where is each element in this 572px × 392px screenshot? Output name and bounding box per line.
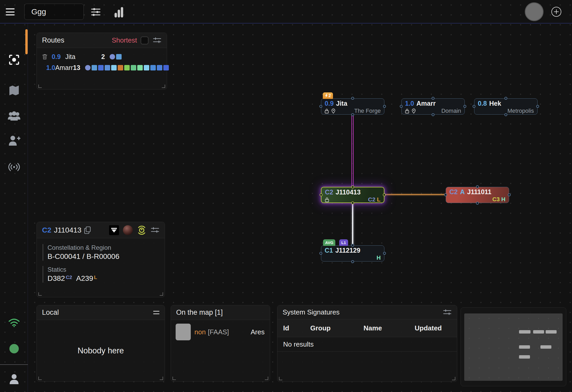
add-icon[interactable]: [551, 7, 561, 17]
delete-route-icon[interactable]: [42, 54, 47, 60]
route-origin-mark: [110, 54, 115, 60]
pilot-row[interactable]: non[FAAS] Ares: [171, 320, 270, 340]
route-row-amarr[interactable]: 1.0 Amarr 13: [37, 62, 167, 73]
signatures-settings-icon[interactable]: [443, 308, 452, 316]
minimap-node-bar: [533, 330, 544, 334]
system-node-jita[interactable]: 2 0.9Jita The Forge: [321, 98, 384, 115]
pin-icon: [412, 109, 416, 114]
map-icon[interactable]: [0, 84, 28, 97]
resize-grip[interactable]: [38, 85, 42, 88]
node-handle[interactable]: [383, 252, 386, 255]
filters-icon[interactable]: [90, 6, 102, 18]
node-handle[interactable]: [432, 113, 434, 116]
characters-icon[interactable]: [0, 110, 28, 122]
menu-icon[interactable]: [6, 8, 15, 15]
resize-grip[interactable]: [38, 292, 42, 296]
node-handle[interactable]: [383, 105, 386, 108]
node-handle[interactable]: [383, 193, 386, 196]
node-handle[interactable]: [508, 193, 511, 196]
signatures-empty-text: No results: [277, 337, 457, 352]
route-jump-mark: [137, 65, 143, 70]
route-security: 1.0: [46, 64, 55, 72]
user-icon[interactable]: [0, 373, 28, 385]
system-name: J112129: [335, 247, 360, 254]
info-settings-icon[interactable]: [151, 226, 159, 234]
local-empty-text: Nobody here: [37, 320, 165, 381]
map-name-input[interactable]: [24, 4, 84, 20]
node-handle[interactable]: [504, 97, 507, 100]
local-title: Local: [42, 308, 59, 317]
resize-grip[interactable]: [160, 292, 163, 296]
system-node-j112129[interactable]: AVG L1 C1J112129 H: [321, 245, 384, 262]
resize-grip[interactable]: [162, 85, 165, 88]
minimap-node-bar: [519, 355, 530, 359]
resize-grip[interactable]: [38, 377, 42, 380]
avatar[interactable]: [525, 2, 544, 21]
column-id[interactable]: Id: [283, 324, 310, 332]
node-handle[interactable]: [444, 193, 447, 196]
resize-grip[interactable]: [279, 377, 282, 380]
system-node-j110413-selected[interactable]: C2J110413 C2 L: [321, 187, 384, 203]
node-handle[interactable]: [351, 186, 354, 188]
resize-grip[interactable]: [172, 377, 176, 380]
pilot-name: non[FAAS]: [194, 328, 229, 336]
system-thumbnail[interactable]: [123, 225, 133, 235]
add-character-icon[interactable]: [0, 135, 28, 147]
node-handle[interactable]: [400, 105, 403, 108]
routes-settings-icon[interactable]: [153, 37, 162, 44]
system-name: Hek: [489, 100, 501, 107]
minimap-viewport[interactable]: [464, 313, 563, 381]
minimap-node-bar: [546, 330, 557, 334]
track-character-icon[interactable]: [0, 54, 28, 66]
resize-grip[interactable]: [452, 377, 455, 380]
section-label: Constellation & Region: [47, 244, 159, 251]
connection-j110413-j111011[interactable]: [384, 194, 446, 195]
resize-grip[interactable]: [160, 377, 163, 380]
node-handle[interactable]: [476, 185, 479, 188]
connection-j110413-j112129[interactable]: [352, 203, 353, 246]
route-jump-mark: [111, 65, 117, 70]
region-name: Metropolis: [508, 108, 534, 114]
node-handle[interactable]: [319, 252, 322, 255]
info-system-name: J110413: [54, 226, 81, 234]
node-handle[interactable]: [351, 97, 354, 100]
broadcast-icon[interactable]: [0, 161, 28, 173]
activity-chart-icon[interactable]: [113, 6, 125, 18]
wormhole-effect-icon[interactable]: [109, 225, 119, 235]
route-jump-count: 2: [93, 53, 105, 61]
local-panel: Local Nobody here: [37, 305, 165, 382]
route-jump-mark: [163, 65, 169, 70]
pilot-portrait[interactable]: [176, 324, 191, 340]
local-menu-icon[interactable]: [153, 311, 159, 314]
system-node-amarr[interactable]: 1.0Amarr Domain: [401, 98, 465, 115]
node-handle[interactable]: [351, 113, 354, 116]
track-target-icon[interactable]: [137, 225, 147, 235]
route-row-jita[interactable]: 0.9 Jita 2: [37, 51, 167, 62]
node-handle[interactable]: [536, 105, 539, 108]
node-handle[interactable]: [473, 105, 475, 108]
copy-icon[interactable]: [84, 226, 91, 234]
system-node-hek[interactable]: 0.8Hek Metropolis: [474, 98, 538, 115]
node-handle[interactable]: [432, 97, 434, 100]
shortest-label[interactable]: Shortest: [112, 36, 137, 44]
connection-jita-j110413[interactable]: [351, 115, 354, 187]
column-group[interactable]: Group: [310, 324, 364, 332]
resize-grip[interactable]: [265, 377, 268, 380]
node-handle[interactable]: [351, 201, 354, 204]
column-updated[interactable]: Updated: [415, 324, 442, 332]
l1-badge: L1: [339, 239, 348, 246]
node-handle[interactable]: [351, 244, 354, 247]
node-handle[interactable]: [351, 260, 354, 263]
column-name[interactable]: Name: [364, 324, 415, 332]
route-jump-mark: [98, 65, 104, 70]
node-handle[interactable]: [504, 113, 507, 116]
route-jump-mark: [124, 65, 130, 70]
minimap-panel[interactable]: [461, 307, 566, 386]
node-handle[interactable]: [319, 105, 322, 108]
system-node-j111011[interactable]: C2AJ111011 C3 H: [446, 187, 509, 203]
node-handle[interactable]: [463, 105, 466, 108]
node-handle[interactable]: [476, 202, 479, 205]
local-header: Local: [37, 305, 165, 320]
shortest-checkbox[interactable]: [141, 37, 148, 44]
node-handle[interactable]: [320, 193, 323, 196]
